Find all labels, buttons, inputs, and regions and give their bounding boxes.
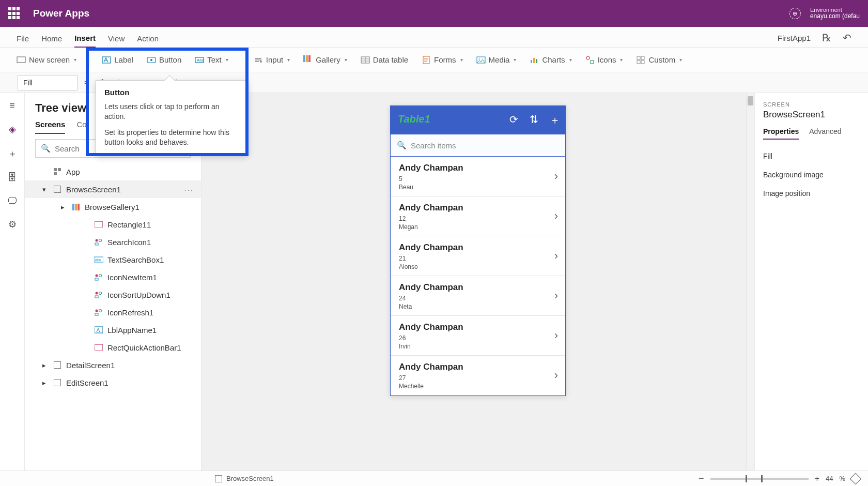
app-checker-icon[interactable]: ℞ [822,32,831,44]
menu-view[interactable]: View [108,34,125,47]
zoom-out-button[interactable]: − [699,473,704,484]
scrollbar-thumb[interactable] [748,96,753,105]
tree-item-LblAppName1[interactable]: LblAppName1 [25,321,201,339]
zoom-slider[interactable] [710,478,809,480]
data-icon[interactable]: 🗄 [8,172,17,183]
list-item-title: Andy Champan [399,362,557,372]
chevron-right-icon[interactable]: › [554,329,558,342]
canvas-area[interactable]: Table1 ⟳ ⇅ ＋ 🔍 Search items Andy Champan… [202,93,754,470]
chevron-right-icon[interactable]: ▸ [39,360,49,370]
screen-icon [53,185,62,194]
tree-item-EditScreen1[interactable]: ▸EditScreen1 [25,374,201,391]
undo-icon[interactable]: ↶ [843,32,851,44]
hamburger-icon[interactable]: ≡ [9,100,15,111]
property-selector[interactable]: Fill [18,75,78,90]
media-rail-icon[interactable]: 🖵 [8,195,17,206]
list-item-subtitle2: Megan [399,223,557,231]
list-item-title: Andy Champan [399,282,557,293]
props-tab-advanced[interactable]: Advanced [809,127,841,140]
tree-view-icon[interactable]: ◈ [9,124,16,135]
menu-file[interactable]: File [17,34,29,47]
chevron-right-icon[interactable]: › [554,289,558,302]
forms-button[interactable]: Forms▾ [421,53,464,67]
menu-home[interactable]: Home [41,34,62,47]
svg-point-25 [99,239,102,242]
fit-to-window-icon[interactable] [850,473,862,484]
app-launcher-icon[interactable] [8,7,21,20]
list-item[interactable]: Andy Champan21Alonso› [391,236,565,276]
zoom-in-button[interactable]: + [815,474,819,483]
sort-icon[interactable]: ⇅ [530,113,538,127]
list-item[interactable]: Andy Champan12Megan› [391,196,565,236]
input-button[interactable]: Input▾ [253,53,291,67]
button-label: Button [159,55,181,64]
tree-item-IconSortUpDown1[interactable]: IconSortUpDown1 [25,286,201,303]
tree-tab-screens[interactable]: Screens [35,120,65,134]
tree-item-RectQuickActionBar1[interactable]: RectQuickActionBar1 [25,339,201,356]
svg-rect-17 [641,56,644,59]
menu-action[interactable]: Action [137,34,159,47]
tree-item-BrowseGallery1[interactable]: ▸BrowseGallery1 [25,198,201,216]
new-screen-button[interactable]: New screen▾ [16,53,78,67]
tree-item-IconRefresh1[interactable]: IconRefresh1 [25,303,201,321]
props-tab-properties[interactable]: Properties [763,127,799,140]
zoom-value: 44 [826,475,833,482]
chevron-right-icon[interactable]: › [554,170,558,183]
label-button[interactable]: Label [101,53,134,67]
button-button[interactable]: Button [146,53,182,67]
tree-item-Rectangle11[interactable]: Rectangle11 [25,216,201,233]
gallery-label: Gallery [316,55,340,64]
chevron-right-icon[interactable]: › [554,209,558,223]
chevron-down-icon: ▾ [460,57,463,63]
chevron-down-icon[interactable]: ▾ [39,185,49,194]
forms-icon [422,55,431,65]
icons-button[interactable]: Icons▾ [584,53,624,67]
globe-icon[interactable]: ⊕ [789,8,801,19]
screen-icon [53,378,62,387]
tree-item-TextSearchBox1[interactable]: abcTextSearchBox1 [25,251,201,268]
tree-item-label: BrowseScreen1 [66,185,121,194]
label-label: Label [114,55,133,64]
tree-item-label: Rectangle11 [107,220,151,229]
chevron-right-icon[interactable]: › [554,249,558,263]
chevron-down-icon: ▾ [620,57,623,63]
chevron-right-icon[interactable]: › [554,369,558,382]
phone-search[interactable]: 🔍 Search items [391,134,565,157]
textbox-icon: abc [94,255,103,264]
canvas-scrollbar[interactable] [746,93,754,470]
breadcrumb[interactable]: BrowseScreen1 [215,475,274,482]
data-table-label: Data table [373,55,408,64]
list-item[interactable]: Andy Champan27Mechelle› [391,356,565,396]
tree-item-SearchIcon1[interactable]: SearchIcon1 [25,233,201,251]
tree-item-IconNewItem1[interactable]: IconNewItem1 [25,268,201,286]
prop-image-position[interactable]: Image position [763,184,860,203]
chevron-right-icon[interactable]: ▸ [58,202,67,211]
media-button[interactable]: Media▾ [475,53,518,67]
insert-icon[interactable]: ＋ [8,147,17,160]
chevron-right-icon[interactable]: ▸ [39,378,49,387]
charts-button[interactable]: Charts▾ [529,53,572,67]
add-icon[interactable]: ＋ [550,113,560,127]
gallery-button[interactable]: Gallery▾ [302,53,348,67]
environment-block[interactable]: Environment enayu.com (defau [810,7,860,20]
menu-insert[interactable]: Insert [74,34,96,48]
data-table-button[interactable]: Data table [360,53,409,67]
tree-item-DetailScreen1[interactable]: ▸DetailScreen1 [25,356,201,374]
custom-button[interactable]: Custom▾ [635,53,683,67]
more-icon[interactable]: ··· [184,185,194,194]
prop-fill[interactable]: Fill [763,147,860,165]
list-item[interactable]: Andy Champan24Neta› [391,276,565,316]
gallery-icon [303,55,313,65]
tree-item-BrowseScreen1[interactable]: ▾BrowseScreen1··· [25,180,201,198]
properties-panel: SCREEN BrowseScreen1 Properties Advanced… [754,93,868,470]
tree-tab-components[interactable]: Co [76,120,86,134]
app-name[interactable]: FirstApp1 [778,34,811,42]
prop-bg-image[interactable]: Background image [763,165,860,184]
tree-item-App[interactable]: App [25,163,201,180]
phone-preview[interactable]: Table1 ⟳ ⇅ ＋ 🔍 Search items Andy Champan… [390,105,566,396]
list-item[interactable]: Andy Champan26Irvin› [391,316,565,356]
text-button[interactable]: Abc Text▾ [194,53,229,67]
refresh-icon[interactable]: ⟳ [509,113,518,127]
advanced-tools-icon[interactable]: ⚙ [8,219,17,230]
list-item[interactable]: Andy Champan5Beau› [391,157,565,196]
